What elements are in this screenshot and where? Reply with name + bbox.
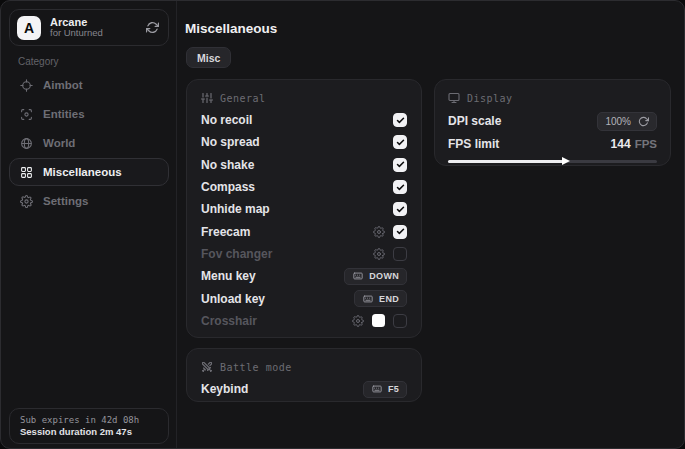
battle-keybind-binding[interactable]: F5	[363, 381, 407, 398]
checkbox-no-recoil[interactable]	[393, 113, 407, 127]
check-icon	[396, 116, 405, 125]
toggle-row-no-spread: No spread	[201, 131, 407, 153]
app-logo: A	[17, 16, 41, 40]
checkbox-crosshair[interactable]	[393, 314, 407, 328]
panel-general: General No recoil No spread No shake Com…	[186, 79, 422, 338]
row-label: FPS limit	[448, 137, 499, 151]
sidebar-item-entities[interactable]: Entities	[9, 100, 169, 128]
sync-icon[interactable]	[146, 21, 159, 34]
sidebar-item-settings[interactable]: Settings	[9, 187, 169, 215]
panel-title: Display	[467, 93, 513, 104]
toggle-row-compass: Compass	[201, 176, 407, 198]
monitor-icon	[448, 92, 460, 104]
row-label: Unload key	[201, 292, 265, 306]
fps-slider-fill	[448, 160, 563, 163]
toggle-row-freecam: Freecam	[201, 220, 407, 242]
keyboard-icon	[371, 384, 383, 394]
grid-icon	[20, 166, 33, 179]
fps-slider-thumb[interactable]	[562, 157, 570, 165]
gear-icon	[20, 195, 33, 208]
keybind-value: DOWN	[369, 271, 399, 281]
scan-icon	[20, 108, 33, 121]
panel-display: Display DPI scale 100% FPS limit 144 FPS	[434, 79, 671, 166]
swords-icon	[201, 361, 213, 373]
keybind-row-battle-keybind: Keybind F5	[201, 379, 407, 399]
globe-icon	[20, 137, 33, 150]
keybind-row-unload-key: Unload key END	[201, 287, 407, 309]
row-label: Freecam	[201, 225, 250, 239]
sidebar-item-aimbot[interactable]: Aimbot	[9, 71, 169, 99]
checkbox-freecam[interactable]	[393, 225, 407, 239]
check-icon	[396, 227, 405, 236]
panel-title: General	[220, 93, 266, 104]
dpi-scale-value: 100%	[605, 116, 631, 127]
app-window: A Arcane for Unturned Category Aimbot En…	[0, 0, 685, 449]
toggle-row-unhide-map: Unhide map	[201, 198, 407, 220]
toggle-row-no-recoil: No recoil	[201, 109, 407, 131]
unload-key-binding[interactable]: END	[354, 290, 407, 307]
app-subtitle: for Unturned	[50, 28, 103, 39]
row-label: Crosshair	[201, 314, 257, 328]
reset-icon[interactable]	[638, 116, 649, 127]
sub-expires-text: Sub expires in 42d 08h	[20, 415, 158, 425]
fps-limit-value: 144 FPS	[611, 137, 657, 151]
toggle-row-crosshair: Crosshair	[201, 310, 407, 332]
sidebar-nav: Aimbot Entities World Miscellaneous Sett…	[9, 71, 169, 215]
panel-battle-mode: Battle mode Keybind F5	[186, 348, 422, 402]
check-icon	[396, 205, 405, 214]
crosshair-color-swatch[interactable]	[372, 314, 385, 327]
check-icon	[396, 138, 405, 147]
gear-icon	[373, 248, 385, 260]
tab-misc[interactable]: Misc	[186, 47, 231, 68]
panel-header-battle-mode: Battle mode	[201, 359, 407, 375]
sliders-icon	[201, 92, 213, 104]
fov-changer-settings-button[interactable]	[373, 248, 385, 260]
gear-icon	[352, 315, 364, 327]
checkbox-no-shake[interactable]	[393, 158, 407, 172]
sidebar-item-label: Aimbot	[43, 79, 83, 91]
row-label: No recoil	[201, 113, 252, 127]
gear-icon	[373, 226, 385, 238]
row-label: No spread	[201, 135, 260, 149]
check-icon	[396, 183, 405, 192]
sidebar-item-world[interactable]: World	[9, 129, 169, 157]
row-label: Menu key	[201, 269, 256, 283]
sidebar-item-label: Entities	[43, 108, 85, 120]
session-duration-text: Session duration 2m 47s	[20, 426, 158, 437]
row-label: Compass	[201, 180, 255, 194]
checkbox-no-spread[interactable]	[393, 135, 407, 149]
check-icon	[396, 160, 405, 169]
checkbox-fov-changer[interactable]	[393, 247, 407, 261]
sidebar: A Arcane for Unturned Category Aimbot En…	[1, 1, 177, 448]
keybind-row-menu-key: Menu key DOWN	[201, 265, 407, 287]
sidebar-item-miscellaneous[interactable]: Miscellaneous	[9, 158, 169, 186]
fps-limit-row: FPS limit 144 FPS	[448, 133, 657, 155]
keybind-value: F5	[388, 384, 399, 394]
toggle-row-no-shake: No shake	[201, 154, 407, 176]
panel-title: Battle mode	[220, 362, 292, 373]
row-label: Unhide map	[201, 202, 270, 216]
toggle-row-fov-changer: Fov changer	[201, 243, 407, 265]
panel-header-display: Display	[448, 90, 657, 106]
dpi-scale-row: DPI scale 100%	[448, 109, 657, 133]
category-label: Category	[18, 56, 59, 67]
keybind-value: END	[379, 294, 399, 304]
checkbox-compass[interactable]	[393, 180, 407, 194]
crosshair-settings-button[interactable]	[352, 315, 364, 327]
page-title: Miscellaneous	[185, 21, 277, 36]
keyboard-icon	[352, 271, 364, 281]
fps-slider-track[interactable]	[448, 160, 657, 163]
dpi-scale-control[interactable]: 100%	[597, 112, 657, 131]
checkbox-unhide-map[interactable]	[393, 202, 407, 216]
sidebar-item-label: Settings	[43, 195, 88, 207]
keyboard-icon	[362, 294, 374, 304]
row-label: DPI scale	[448, 114, 501, 128]
row-label: Fov changer	[201, 247, 272, 261]
sidebar-item-label: Miscellaneous	[43, 166, 122, 178]
sidebar-item-label: World	[43, 137, 75, 149]
row-label: No shake	[201, 158, 254, 172]
crosshair-icon	[20, 79, 33, 92]
menu-key-binding[interactable]: DOWN	[344, 268, 407, 285]
fps-slider[interactable]	[448, 155, 657, 167]
freecam-settings-button[interactable]	[373, 226, 385, 238]
